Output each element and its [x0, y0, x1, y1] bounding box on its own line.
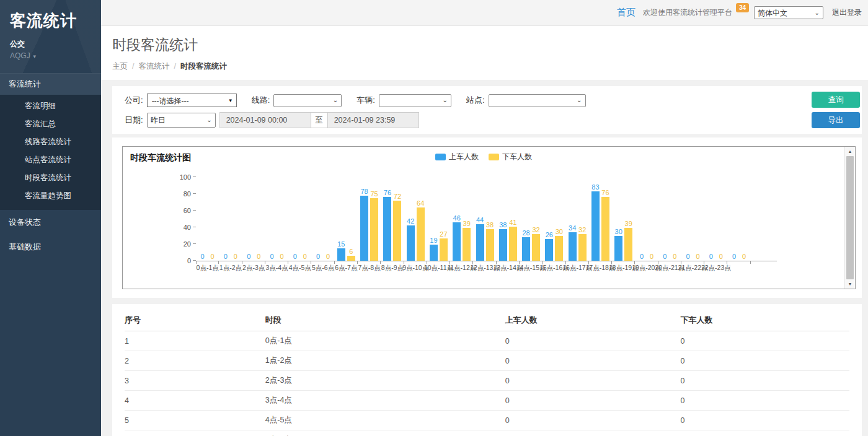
bar[interactable] [347, 256, 355, 261]
bar-column: 39 [624, 220, 632, 261]
bar-column: 0 [707, 253, 715, 261]
sidebar-subitem-0[interactable]: 客流明细 [0, 97, 101, 115]
sidebar-section-device-status[interactable]: 设备状态 [0, 210, 101, 235]
home-link[interactable]: 首页 [617, 7, 636, 19]
bar[interactable] [499, 229, 507, 261]
legend-label: 下车人数 [502, 152, 532, 162]
logout-link[interactable]: 退出登录 [832, 7, 862, 18]
scrollbar-thumb[interactable] [846, 156, 854, 279]
bar-value-label: 28 [522, 229, 529, 237]
bar-column: 0 [740, 253, 748, 261]
filter-panel: 公司: ---请选择--- ▼ 线路: ⌄ 车辆: ⌄ 站点: [112, 86, 862, 134]
bar[interactable] [591, 191, 600, 261]
query-button[interactable]: 查询 [812, 92, 860, 108]
bar[interactable] [440, 238, 448, 261]
bar-value-label: 27 [440, 230, 447, 238]
table-cell: 0点-1点 [265, 331, 505, 351]
bar[interactable] [430, 245, 438, 261]
breadcrumb-current: 时段客流统计 [180, 62, 227, 71]
bar[interactable] [360, 196, 368, 261]
language-select[interactable]: 简体中文 [754, 6, 823, 19]
bar-column: 0 [291, 253, 299, 261]
line-select[interactable] [273, 94, 342, 107]
x-tick-label: 0点-1点 [197, 264, 219, 272]
date-to-input[interactable] [327, 112, 419, 128]
bar-group-7: 78757点-8点 [358, 177, 381, 261]
x-tick-label: 7点-8点 [358, 264, 381, 272]
bar[interactable] [614, 236, 622, 261]
bar[interactable] [463, 228, 471, 261]
bar-column: 0 [661, 253, 669, 261]
bar[interactable] [532, 234, 540, 261]
bar-column: 42 [407, 217, 415, 261]
sidebar-section-base-data[interactable]: 基础数据 [0, 235, 101, 259]
table-cell: 1 [125, 331, 265, 351]
bar-column: 0 [694, 253, 702, 261]
bar[interactable] [476, 224, 484, 261]
bar[interactable] [555, 236, 563, 261]
bar-value-label: 0 [257, 253, 260, 260]
legend-label: 上车人数 [449, 152, 479, 162]
bar[interactable] [370, 198, 378, 261]
bar-value-label: 0 [280, 253, 283, 260]
chart-plot: 000点-1点001点-2点002点-3点003点-4点004点-5点005点-… [196, 177, 751, 261]
bar-value-label: 0 [663, 253, 666, 260]
sidebar-subitem-5[interactable]: 客流量趋势图 [0, 187, 101, 205]
header-alighting: 下车人数 [681, 309, 849, 331]
legend-item-boarding[interactable]: 上车人数 [435, 152, 479, 162]
bar[interactable] [509, 227, 517, 261]
bar[interactable] [407, 225, 415, 261]
bar-group-22: 0022点-23点 [704, 177, 727, 261]
filter-row-2: 日期: 昨日 ⌄ 至 [125, 111, 849, 129]
vehicle-select[interactable] [379, 94, 451, 107]
org-code-dropdown[interactable]: AQGJ▼ [10, 51, 92, 60]
vehicle-label: 车辆: [356, 95, 375, 106]
bar-column: 0 [245, 253, 253, 261]
bar-value-label: 38 [499, 221, 507, 229]
bar-value-label: 34 [569, 224, 576, 232]
bar[interactable] [624, 228, 632, 261]
sidebar-subitem-2[interactable]: 线路客流统计 [0, 133, 101, 151]
export-button[interactable]: 导出 [812, 112, 860, 128]
bar[interactable] [545, 239, 553, 261]
scroll-up-button[interactable]: ▲ [845, 147, 855, 156]
bar[interactable] [569, 232, 577, 261]
table-cell: 0 [505, 371, 681, 391]
sidebar-subitem-4[interactable]: 时段客流统计 [0, 169, 101, 187]
table-row-3: 32点-3点00 [125, 371, 849, 391]
legend-item-alighting[interactable]: 下车人数 [489, 152, 532, 162]
bar-column: 46 [453, 214, 461, 261]
y-tick-label: 100 [171, 173, 191, 181]
bar[interactable] [383, 197, 391, 261]
bar-group-3: 003点-4点 [265, 177, 288, 261]
company-select[interactable]: ---请选择--- ▼ [147, 94, 237, 107]
table-cell: 6 [125, 430, 265, 436]
sidebar-section-passenger-stats[interactable]: 客流统计 [0, 73, 101, 95]
date-preset-select[interactable]: 昨日 [147, 113, 216, 128]
chart-scrollbar[interactable]: ▲ ▼ [844, 147, 855, 289]
date-from-input[interactable] [219, 112, 311, 128]
bar-value-label: 0 [303, 253, 307, 260]
sidebar-subitem-3[interactable]: 站点客流统计 [0, 151, 101, 169]
bar-column: 75 [370, 190, 378, 261]
bar-value-label: 0 [719, 253, 723, 260]
breadcrumb-home[interactable]: 主页 [112, 62, 128, 71]
bar[interactable] [486, 229, 494, 261]
bar[interactable] [522, 237, 530, 261]
station-select[interactable] [489, 94, 586, 107]
sidebar-subitem-1[interactable]: 客流汇总 [0, 115, 101, 133]
bar[interactable] [578, 234, 587, 261]
bar-group-15: 263015点-16点 [542, 177, 565, 261]
bar-value-label: 0 [709, 253, 713, 260]
bar-column: 0 [278, 253, 286, 261]
bar[interactable] [337, 248, 345, 261]
bar[interactable] [393, 201, 401, 261]
bar-group-23: 00 [727, 177, 750, 261]
scroll-down-button[interactable]: ▼ [845, 279, 855, 289]
bar[interactable] [417, 207, 425, 261]
bar[interactable] [601, 197, 609, 261]
bar[interactable] [453, 222, 461, 261]
breadcrumb-parent[interactable]: 客流统计 [138, 62, 169, 71]
table-cell: 0 [505, 391, 681, 411]
notification-badge[interactable]: 34 [736, 3, 749, 12]
